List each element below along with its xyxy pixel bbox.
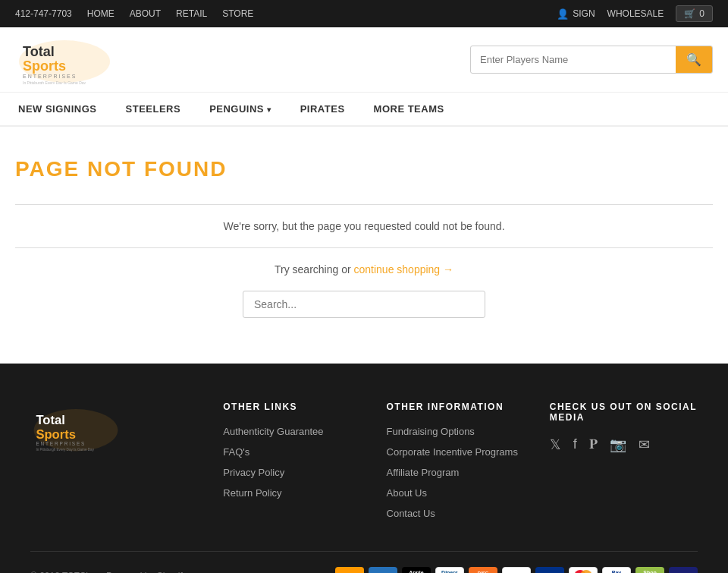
- try-search-text: Try searching or continue shopping →: [15, 263, 713, 275]
- footer-logo-svg: Total Sports ENTERPRISES In Pittsburgh E…: [30, 401, 121, 455]
- jcb-pay-icon: JCB: [535, 567, 564, 573]
- logo-svg: Total Sports ENTERPRISES In Pittsburgh E…: [15, 35, 114, 84]
- amazon-pay-icon: amazon: [335, 567, 364, 573]
- pinterest-link[interactable]: 𝐏: [589, 436, 598, 453]
- search-form[interactable]: [15, 291, 713, 318]
- nav-penguins[interactable]: PENGUINS: [206, 93, 275, 125]
- logo-area[interactable]: Total Sports ENTERPRISES In Pittsburgh E…: [15, 35, 114, 84]
- top-bar-right: 👤 SIGN WHOLESALE 🛒 0: [557, 5, 713, 22]
- paypal-pay-icon: PayPal: [602, 567, 631, 573]
- divider-top: [15, 204, 713, 205]
- sorry-message: We're sorry, but the page you requested …: [15, 220, 713, 232]
- store-link[interactable]: STORE: [222, 8, 253, 19]
- nav-new-signings[interactable]: NEW SIGNINGS: [15, 93, 100, 125]
- footer-other-info: OTHER INFORMATION Fundraising OptionsCor…: [387, 401, 535, 528]
- footer-info-link-item[interactable]: Contact Us: [387, 508, 535, 519]
- search-submit-button[interactable]: 🔍: [676, 46, 712, 73]
- main-nav: NEW SIGNINGS STEELERS PENGUINS PIRATES M…: [0, 93, 728, 127]
- svg-text:Total: Total: [23, 44, 55, 59]
- svg-text:Sports: Sports: [23, 58, 66, 74]
- footer-social-title: CHECK US OUT ON SOCIAL MEDIA: [550, 401, 698, 423]
- search-input[interactable]: [243, 291, 485, 318]
- twitter-link[interactable]: 𝕏: [550, 436, 561, 453]
- retail-label: RETAIL: [176, 8, 207, 19]
- user-icon: 👤: [557, 8, 569, 20]
- svg-text:In Pittsburgh Every Day Is Gam: In Pittsburgh Every Day Is Game Day: [36, 448, 94, 452]
- main-content: PAGE NOT FOUND We're sorry, but the page…: [0, 127, 728, 364]
- svg-text:In Pittsburgh Every Day Is Gam: In Pittsburgh Every Day Is Game Day: [23, 80, 86, 84]
- continue-shopping-link[interactable]: continue shopping →: [353, 263, 453, 275]
- email-icon: ✉: [639, 437, 650, 452]
- svg-text:ENTERPRISES: ENTERPRISES: [23, 74, 77, 79]
- pinterest-icon: 𝐏: [589, 436, 598, 452]
- footer-social-links: 𝕏 f 𝐏 📷 ✉: [550, 436, 698, 462]
- footer-link-item[interactable]: Privacy Policy: [223, 467, 371, 478]
- footer-social-col: CHECK US OUT ON SOCIAL MEDIA 𝕏 f 𝐏 📷 ✉: [550, 401, 698, 528]
- instagram-icon: 📷: [610, 437, 626, 452]
- about-link[interactable]: ABOUT: [130, 8, 161, 19]
- divider-bottom: [15, 247, 713, 248]
- footer-info-list: Fundraising OptionsCorporate Incentive P…: [387, 426, 535, 519]
- cart-button[interactable]: 🛒 0: [676, 5, 713, 22]
- facebook-icon: f: [573, 436, 577, 452]
- nav-penguins-dropdown[interactable]: PENGUINS: [206, 93, 275, 125]
- sign-link[interactable]: 👤 SIGN: [557, 8, 595, 20]
- player-search-input[interactable]: [471, 48, 676, 71]
- footer-info-link-item[interactable]: Affiliate Program: [387, 467, 535, 478]
- svg-text:Sports: Sports: [36, 427, 76, 442]
- payment-icons: amazon AMEX ApplePay DinersClub DISCVER …: [335, 567, 698, 573]
- footer-link-item[interactable]: FAQ's: [223, 446, 371, 458]
- footer-inner: Total Sports ENTERPRISES In Pittsburgh E…: [30, 401, 698, 551]
- footer-link-item[interactable]: Authenticity Guarantee: [223, 426, 371, 437]
- mastercard-pay-icon: [569, 567, 598, 573]
- apple-pay-icon: ApplePay: [402, 567, 431, 573]
- visa-pay-icon: VISA: [669, 567, 698, 573]
- footer-other-links: OTHER LINKS Authenticity GuaranteeFAQ'sP…: [223, 401, 371, 528]
- svg-text:Total: Total: [36, 413, 64, 427]
- facebook-link[interactable]: f: [573, 436, 577, 453]
- footer-info-link-item[interactable]: About Us: [387, 487, 535, 499]
- home-link[interactable]: HOME: [87, 8, 115, 19]
- cart-icon: 🛒: [684, 8, 695, 19]
- wholesale-link[interactable]: WHOLESALE: [607, 8, 664, 19]
- nav-pirates[interactable]: PIRATES: [297, 93, 348, 125]
- header-search-bar[interactable]: 🔍: [470, 46, 713, 74]
- page-title: PAGE NOT FOUND: [15, 157, 713, 181]
- cart-count: 0: [699, 8, 704, 19]
- svg-text:ENTERPRISES: ENTERPRISES: [36, 441, 86, 446]
- header: Total Sports ENTERPRISES In Pittsburgh E…: [0, 27, 728, 93]
- instagram-link[interactable]: 📷: [610, 436, 626, 453]
- discover-pay-icon: DISCVER: [469, 567, 497, 573]
- shopify-pay-icon: ShopPay: [635, 567, 664, 573]
- footer-links-title: OTHER LINKS: [223, 401, 371, 412]
- footer-logo-col: Total Sports ENTERPRISES In Pittsburgh E…: [30, 401, 208, 528]
- nav-steelers[interactable]: STEELERS: [123, 93, 184, 125]
- footer-info-title: OTHER INFORMATION: [387, 401, 535, 412]
- footer-info-link-item[interactable]: Corporate Incentive Programs: [387, 446, 535, 458]
- top-bar: 412-747-7703 HOME ABOUT RETAIL STORE 👤 S…: [0, 0, 728, 27]
- footer-bottom: © 2018 TSEShop. Powered by Shopify amazo…: [30, 551, 698, 573]
- diners-pay-icon: DinersClub: [435, 567, 464, 573]
- footer: Total Sports ENTERPRISES In Pittsburgh E…: [0, 364, 728, 573]
- twitter-icon: 𝕏: [550, 437, 561, 452]
- logo[interactable]: Total Sports ENTERPRISES In Pittsburgh E…: [15, 35, 114, 84]
- email-link[interactable]: ✉: [639, 436, 650, 453]
- amex-pay-icon: AMEX: [369, 567, 397, 573]
- footer-link-item[interactable]: Return Policy: [223, 487, 371, 499]
- gpay-icon: G Pay: [502, 567, 531, 573]
- footer-info-link-item[interactable]: Fundraising Options: [387, 426, 535, 437]
- top-bar-left: 412-747-7703 HOME ABOUT RETAIL STORE: [15, 8, 253, 19]
- footer-links-list: Authenticity GuaranteeFAQ'sPrivacy Polic…: [223, 426, 371, 499]
- phone-link[interactable]: 412-747-7703: [15, 8, 72, 19]
- nav-more-teams[interactable]: MORE TEAMS: [371, 93, 447, 125]
